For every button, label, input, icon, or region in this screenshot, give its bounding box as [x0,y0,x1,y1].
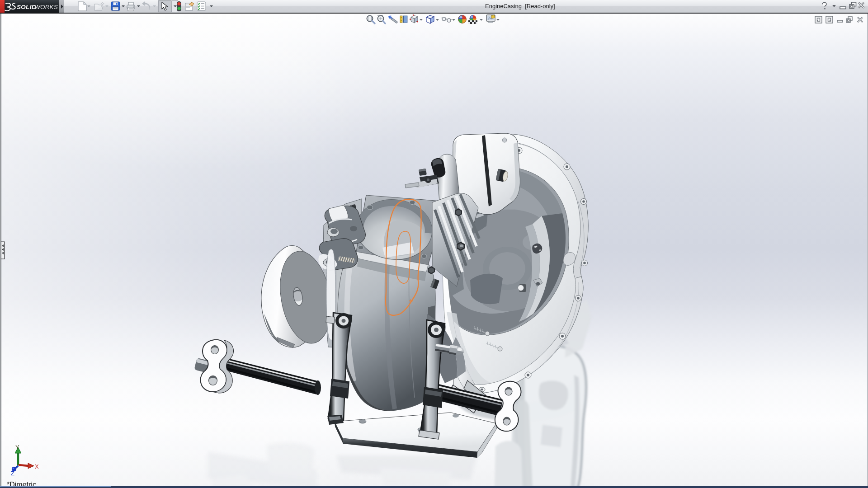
svg-text:WORKS: WORKS [34,4,58,10]
svg-text:SOLID: SOLID [17,4,36,10]
